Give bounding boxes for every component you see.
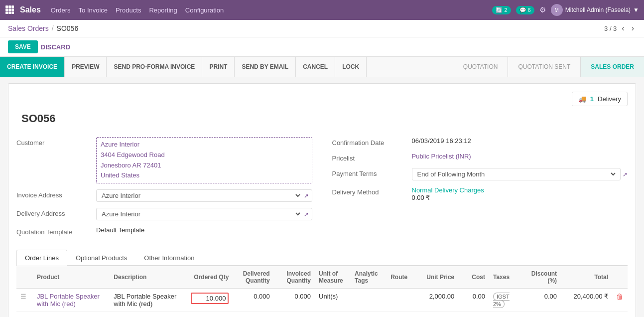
delivered-qty-cell: 0.000 (233, 289, 273, 312)
grid-icon[interactable] (5, 5, 14, 15)
unit-price-cell: 2,000.00 (417, 289, 458, 312)
table-header-row: Product Description Ordered Qty Delivere… (16, 266, 628, 289)
drag-handle-cell: ☰ (16, 289, 33, 312)
delivery-method-name: Normal Delivery Charges (412, 186, 628, 194)
breadcrumb-bar: Sales Orders / SO056 3 / 3 ‹ › (0, 20, 644, 37)
svg-rect-4 (8, 8, 11, 11)
col-ordered-header: Ordered Qty (187, 266, 233, 289)
description-cell: JBL Portable Speaker with Mic (red) (110, 289, 186, 312)
delivery-address-select[interactable]: Azure Interior (100, 210, 302, 218)
breadcrumb-parent[interactable]: Sales Orders (8, 24, 49, 32)
order-lines-table: Product Description Ordered Qty Delivere… (16, 266, 628, 312)
tab-other-information[interactable]: Other Information (135, 250, 203, 266)
menu-reporting[interactable]: Reporting (149, 6, 177, 14)
preview-button[interactable]: PREVIEW (65, 57, 107, 77)
pager-next-btn[interactable]: › (630, 24, 636, 33)
app-brand: Sales (20, 5, 41, 14)
delete-row-btn[interactable]: 🗑 (616, 293, 623, 301)
tab-optional-products[interactable]: Optional Products (67, 250, 135, 266)
invoice-address-field: Invoice Address Azure Interior ➚ (16, 187, 312, 204)
delivery-label: Delivery (598, 95, 621, 103)
customer-addr3: United States (101, 170, 308, 181)
user-menu[interactable]: M Mitchell Admin (Faseela) ▼ (551, 4, 639, 16)
pricelist-field: Pricelist Public Pricelist (INR) (332, 151, 628, 164)
menu-configuration[interactable]: Configuration (185, 6, 224, 14)
invoice-address-label: Invoice Address (16, 189, 96, 199)
col-uom-header: Unit of Measure (315, 266, 351, 289)
product-link[interactable]: JBL Portable Speaker with Mic (red) (37, 293, 100, 308)
payment-terms-value: End of Following Month ➚ (412, 168, 628, 180)
svg-rect-0 (5, 5, 8, 8)
form-card: 🚚 1 Delivery SO056 Customer Azure Interi… (8, 83, 636, 317)
confirmation-date-label: Confirmation Date (332, 137, 412, 147)
confirmation-date-value: 06/03/2019 16:23:12 (412, 137, 628, 145)
chevron-down-icon: ▼ (633, 6, 639, 13)
invoice-address-select-wrapper: Azure Interior ➚ (96, 189, 312, 202)
workflow-bar: CREATE INVOICE PREVIEW SEND PRO-FORMA IN… (0, 57, 644, 77)
right-column: Confirmation Date 06/03/2019 16:23:12 Pr… (332, 135, 628, 240)
cost-cell: 0.00 (458, 289, 489, 312)
uom-cell: Unit(s) (315, 289, 351, 312)
status-quotation-sent: QUOTATION SENT (508, 57, 580, 77)
lock-button[interactable]: LOCK (335, 57, 367, 77)
send-pro-forma-button[interactable]: SEND PRO-FORMA INVOICE (107, 57, 202, 77)
svg-rect-6 (5, 11, 8, 14)
col-disc-header: Discount (%) (525, 266, 561, 289)
pricelist-value[interactable]: Public Pricelist (INR) (412, 153, 628, 160)
invoice-address-select[interactable]: Azure Interior (100, 191, 302, 200)
settings-icon[interactable]: ⚙ (539, 5, 546, 14)
menu-orders[interactable]: Orders (51, 6, 71, 14)
send-by-email-button[interactable]: SEND BY EMAIL (235, 57, 296, 77)
table-row: ☰ JBL Portable Speaker with Mic (red) JB… (16, 289, 628, 312)
col-tax-header: Taxes (489, 266, 525, 289)
col-tags-header: Analytic Tags (351, 266, 386, 289)
tabs-header: Order Lines Optional Products Other Info… (16, 250, 628, 266)
product-cell: JBL Portable Speaker with Mic (red) (33, 289, 110, 312)
menu-to-invoice[interactable]: To Invoice (79, 6, 108, 14)
customer-address-block[interactable]: Azure Interior 3404 Edgewood Road Jonesb… (96, 137, 312, 183)
delivery-method-label: Delivery Method (332, 186, 412, 196)
ordered-qty-value[interactable]: 10.000 (191, 293, 229, 304)
tax-badge: IGST 2% (493, 293, 510, 308)
col-product-header: Product (33, 266, 110, 289)
col-delivered-header: Delivered Quantity (233, 266, 273, 289)
delivery-address-field: Delivery Address Azure Interior ➚ (16, 206, 312, 222)
customer-name: Azure Interior (101, 140, 308, 150)
delivery-address-ext-link-icon[interactable]: ➚ (304, 211, 309, 218)
create-invoice-button[interactable]: CREATE INVOICE (0, 57, 65, 77)
analytic-tags-cell (351, 289, 386, 312)
payment-terms-field: Payment Terms End of Following Month ➚ (332, 166, 628, 182)
pager-prev-btn[interactable]: ‹ (620, 24, 626, 33)
delivery-method-field: Delivery Method Normal Delivery Charges … (332, 184, 628, 203)
customer-addr2: Jonesboro AR 72401 (101, 160, 308, 171)
invoice-address-ext-link-icon[interactable]: ➚ (304, 192, 309, 199)
tab-order-lines[interactable]: Order Lines (16, 250, 67, 266)
delete-cell: 🗑 (612, 289, 628, 312)
customer-value: Azure Interior 3404 Edgewood Road Jonesb… (96, 137, 312, 183)
svg-rect-3 (5, 8, 8, 11)
top-right-area: 🔄 2 💬 6 ⚙ M Mitchell Admin (Faseela) ▼ (492, 4, 639, 16)
notifications-btn[interactable]: 🔄 2 (492, 6, 511, 14)
discard-button[interactable]: DISCARD (41, 43, 70, 51)
left-column: Customer Azure Interior 3404 Edgewood Ro… (16, 135, 312, 240)
save-button[interactable]: SAVE (8, 40, 38, 53)
status-quotation: QUOTATION (453, 57, 508, 77)
cancel-button[interactable]: CANCEL (296, 57, 335, 77)
menu-products[interactable]: Products (116, 6, 141, 14)
delivery-count: 1 (590, 95, 594, 103)
status-track: QUOTATION QUOTATION SENT SALES ORDER (453, 57, 644, 77)
messages-btn[interactable]: 💬 6 (516, 6, 534, 14)
drag-handle-icon[interactable]: ☰ (20, 293, 26, 300)
payment-terms-select[interactable]: End of Following Month (415, 170, 618, 178)
delivery-btn[interactable]: 🚚 1 Delivery (572, 92, 628, 106)
svg-rect-2 (11, 5, 14, 8)
customer-addr1: 3404 Edgewood Road (101, 150, 308, 160)
ordered-qty-cell[interactable]: 10.000 (187, 289, 233, 312)
payment-terms-ext-link-icon[interactable]: ➚ (623, 171, 628, 178)
col-total-header: Total (561, 266, 612, 289)
print-button[interactable]: PRINT (202, 57, 235, 77)
col-invoiced-header: Invoiced Quantity (274, 266, 315, 289)
col-drag-header (16, 266, 33, 289)
svg-rect-5 (11, 8, 14, 11)
delivery-address-label: Delivery Address (16, 208, 96, 217)
